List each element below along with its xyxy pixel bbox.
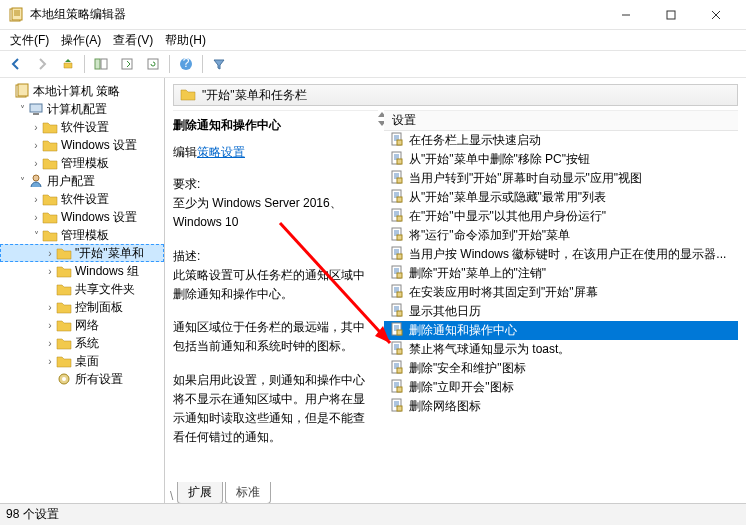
tree-uc-software[interactable]: ›软件设置 [0,190,164,208]
export-button[interactable] [115,53,139,75]
list-row[interactable]: 删除网络图标 [384,397,738,416]
filter-button[interactable] [207,53,231,75]
bottom-tabs: \ 扩展 标准 [170,483,273,503]
user-icon [28,173,44,189]
forward-button[interactable] [30,53,54,75]
description-label: 描述: [173,247,370,266]
show-hide-button[interactable] [89,53,113,75]
list-row[interactable]: 在"开始"中显示"以其他用户身份运行" [384,207,738,226]
content-header: "开始"菜单和任务栏 [173,84,738,106]
tree-system[interactable]: ›系统 [0,334,164,352]
tree-cc-software[interactable]: ›软件设置 [0,118,164,136]
settings-icon [56,371,72,387]
tree-cc-windows[interactable]: ›Windows 设置 [0,136,164,154]
tree-desktop[interactable]: ›桌面 [0,352,164,370]
policy-item-icon [390,189,404,206]
folder-icon [56,335,72,351]
list-row[interactable]: 删除"安全和维护"图标 [384,359,738,378]
list-row[interactable]: 删除"开始"菜单上的"注销" [384,264,738,283]
minimize-button[interactable] [603,0,648,30]
list-row[interactable]: 当用户按 Windows 徽标键时，在该用户正在使用的显示器... [384,245,738,264]
up-button[interactable] [56,53,80,75]
list-row[interactable]: 从"开始"菜单显示或隐藏"最常用"列表 [384,188,738,207]
policy-item-icon [390,398,404,415]
list-row[interactable]: 从"开始"菜单中删除"移除 PC"按钮 [384,150,738,169]
list-row-label: 禁止将气球通知显示为 toast。 [409,341,570,358]
maximize-button[interactable] [648,0,693,30]
close-button[interactable] [693,0,738,30]
policy-item-icon [390,322,404,339]
menu-view[interactable]: 查看(V) [107,30,159,51]
svg-rect-1 [12,8,22,20]
tree-pane[interactable]: 本地计算机 策略 ˅ 计算机配置 ›软件设置 ›Windows 设置 ›管理模板… [0,78,165,503]
list-row-label: 显示其他日历 [409,303,481,320]
list-row[interactable]: 禁止将气球通知显示为 toast。 [384,340,738,359]
window-controls [603,0,738,30]
refresh-button[interactable] [141,53,165,75]
list-column-header[interactable]: 设置 [384,111,738,131]
svg-rect-26 [397,140,402,145]
help-button[interactable]: ? [174,53,198,75]
tree-win-components[interactable]: ›Windows 组 [0,262,164,280]
tree-computer-config[interactable]: ˅ 计算机配置 [0,100,164,118]
folder-icon [42,209,58,225]
svg-rect-61 [397,273,402,278]
menu-help[interactable]: 帮助(H) [159,30,212,51]
list-row[interactable]: 在安装应用时将其固定到"开始"屏幕 [384,283,738,302]
svg-rect-91 [397,387,402,392]
list-row-label: 在安装应用时将其固定到"开始"屏幕 [409,284,598,301]
list-row[interactable]: 当用户转到"开始"屏幕时自动显示"应用"视图 [384,169,738,188]
settings-list[interactable]: 在任务栏上显示快速启动从"开始"菜单中删除"移除 PC"按钮当用户转到"开始"屏… [384,131,738,503]
description-panel: 删除通知和操作中心 编辑策略设置 要求: 至少为 Windows Server … [173,110,378,503]
computer-icon [28,101,44,117]
svg-rect-96 [397,406,402,411]
list-row[interactable]: 在任务栏上显示快速启动 [384,131,738,150]
svg-rect-36 [397,178,402,183]
folder-icon [42,155,58,171]
list-row[interactable]: 将"运行"命令添加到"开始"菜单 [384,226,738,245]
tree-cc-admin[interactable]: ›管理模板 [0,154,164,172]
tree-root[interactable]: 本地计算机 策略 [0,82,164,100]
list-row-label: 在任务栏上显示快速启动 [409,132,541,149]
list-row-label: 删除"安全和维护"图标 [409,360,526,377]
tree-all-settings[interactable]: 所有设置 [0,370,164,388]
list-row[interactable]: 显示其他日历 [384,302,738,321]
tab-extended[interactable]: 扩展 [177,482,223,504]
list-row-label: 将"运行"命令添加到"开始"菜单 [409,227,570,244]
svg-point-19 [33,175,39,181]
list-row-label: 删除"立即开会"图标 [409,379,514,396]
tree-network[interactable]: ›网络 [0,316,164,334]
svg-rect-56 [397,254,402,259]
policy-item-icon [390,303,404,320]
tab-standard[interactable]: 标准 [225,482,271,504]
policy-item-icon [390,208,404,225]
list-row[interactable]: 删除通知和操作中心 [384,321,738,340]
menu-file[interactable]: 文件(F) [4,30,55,51]
svg-rect-51 [397,235,402,240]
content-title: "开始"菜单和任务栏 [202,87,307,104]
menu-action[interactable]: 操作(A) [55,30,107,51]
svg-rect-41 [397,197,402,202]
policy-root-icon [14,83,30,99]
list-row-label: 删除"开始"菜单上的"注销" [409,265,546,282]
requirement-text: 至少为 Windows Server 2016、Windows 10 [173,194,370,232]
tree-user-config[interactable]: ˅ 用户配置 [0,172,164,190]
tree-uc-admin[interactable]: ˅管理模板 [0,226,164,244]
list-row-label: 删除网络图标 [409,398,481,415]
tree-uc-windows[interactable]: ›Windows 设置 [0,208,164,226]
policy-item-icon [390,246,404,263]
back-button[interactable] [4,53,28,75]
edit-policy-link[interactable]: 策略设置 [197,145,245,159]
folder-icon [56,299,72,315]
title-bar: 本地组策略编辑器 [0,0,746,30]
tree-shared-folders[interactable]: 共享文件夹 [0,280,164,298]
app-icon [8,7,24,23]
list-row[interactable]: 删除"立即开会"图标 [384,378,738,397]
list-row-label: 在"开始"中显示"以其他用户身份运行" [409,208,606,225]
tree-start-taskbar[interactable]: ›"开始"菜单和 [0,244,164,262]
svg-rect-12 [148,59,158,69]
list-row-label: 当用户按 Windows 徽标键时，在该用户正在使用的显示器... [409,246,726,263]
folder-icon [42,191,58,207]
svg-rect-17 [30,104,42,112]
tree-control-panel[interactable]: ›控制面板 [0,298,164,316]
